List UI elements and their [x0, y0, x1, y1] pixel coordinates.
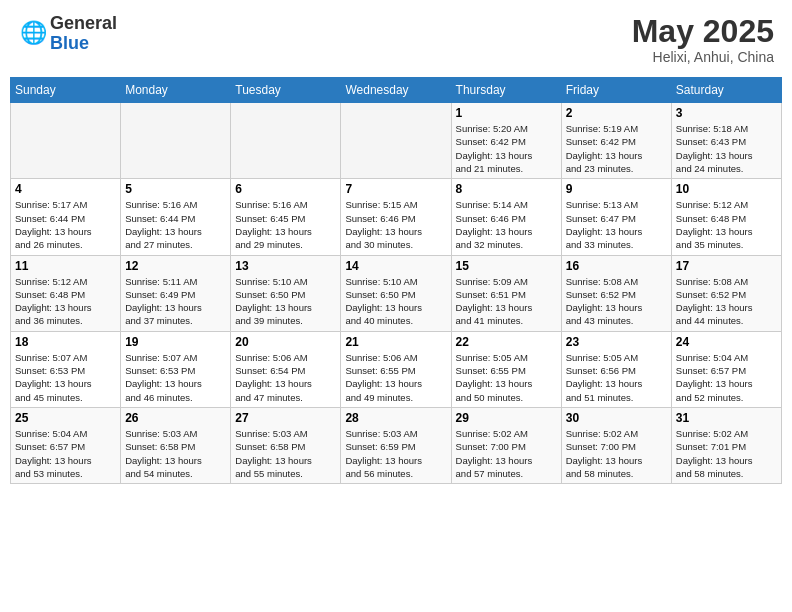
- day-number: 1: [456, 106, 557, 120]
- day-number: 8: [456, 182, 557, 196]
- day-info: Sunrise: 5:03 AM Sunset: 6:58 PM Dayligh…: [125, 427, 226, 480]
- calendar-cell: 2Sunrise: 5:19 AM Sunset: 6:42 PM Daylig…: [561, 103, 671, 179]
- day-number: 11: [15, 259, 116, 273]
- weekday-header-thursday: Thursday: [451, 78, 561, 103]
- logo-general: General: [50, 14, 117, 34]
- calendar-week-1: 1Sunrise: 5:20 AM Sunset: 6:42 PM Daylig…: [11, 103, 782, 179]
- day-info: Sunrise: 5:17 AM Sunset: 6:44 PM Dayligh…: [15, 198, 116, 251]
- day-info: Sunrise: 5:06 AM Sunset: 6:55 PM Dayligh…: [345, 351, 446, 404]
- calendar-cell: 6Sunrise: 5:16 AM Sunset: 6:45 PM Daylig…: [231, 179, 341, 255]
- calendar-cell: 7Sunrise: 5:15 AM Sunset: 6:46 PM Daylig…: [341, 179, 451, 255]
- calendar-week-5: 25Sunrise: 5:04 AM Sunset: 6:57 PM Dayli…: [11, 407, 782, 483]
- calendar-cell: 3Sunrise: 5:18 AM Sunset: 6:43 PM Daylig…: [671, 103, 781, 179]
- day-info: Sunrise: 5:10 AM Sunset: 6:50 PM Dayligh…: [345, 275, 446, 328]
- calendar-cell: 13Sunrise: 5:10 AM Sunset: 6:50 PM Dayli…: [231, 255, 341, 331]
- calendar-cell: 26Sunrise: 5:03 AM Sunset: 6:58 PM Dayli…: [121, 407, 231, 483]
- day-number: 5: [125, 182, 226, 196]
- calendar-week-4: 18Sunrise: 5:07 AM Sunset: 6:53 PM Dayli…: [11, 331, 782, 407]
- calendar-cell: 21Sunrise: 5:06 AM Sunset: 6:55 PM Dayli…: [341, 331, 451, 407]
- day-number: 24: [676, 335, 777, 349]
- day-number: 4: [15, 182, 116, 196]
- day-info: Sunrise: 5:08 AM Sunset: 6:52 PM Dayligh…: [676, 275, 777, 328]
- day-number: 9: [566, 182, 667, 196]
- weekday-header-wednesday: Wednesday: [341, 78, 451, 103]
- page-header: 🌐 General Blue May 2025 Helixi, Anhui, C…: [10, 10, 782, 69]
- day-number: 23: [566, 335, 667, 349]
- day-number: 3: [676, 106, 777, 120]
- day-number: 16: [566, 259, 667, 273]
- day-number: 17: [676, 259, 777, 273]
- calendar-cell: 11Sunrise: 5:12 AM Sunset: 6:48 PM Dayli…: [11, 255, 121, 331]
- location: Helixi, Anhui, China: [632, 49, 774, 65]
- day-info: Sunrise: 5:03 AM Sunset: 6:59 PM Dayligh…: [345, 427, 446, 480]
- calendar-cell: [231, 103, 341, 179]
- day-info: Sunrise: 5:02 AM Sunset: 7:01 PM Dayligh…: [676, 427, 777, 480]
- calendar-cell: 10Sunrise: 5:12 AM Sunset: 6:48 PM Dayli…: [671, 179, 781, 255]
- day-info: Sunrise: 5:06 AM Sunset: 6:54 PM Dayligh…: [235, 351, 336, 404]
- day-info: Sunrise: 5:11 AM Sunset: 6:49 PM Dayligh…: [125, 275, 226, 328]
- calendar-cell: [121, 103, 231, 179]
- day-number: 18: [15, 335, 116, 349]
- weekday-header-tuesday: Tuesday: [231, 78, 341, 103]
- day-number: 22: [456, 335, 557, 349]
- calendar-cell: 4Sunrise: 5:17 AM Sunset: 6:44 PM Daylig…: [11, 179, 121, 255]
- day-number: 30: [566, 411, 667, 425]
- calendar-cell: 31Sunrise: 5:02 AM Sunset: 7:01 PM Dayli…: [671, 407, 781, 483]
- calendar-cell: 12Sunrise: 5:11 AM Sunset: 6:49 PM Dayli…: [121, 255, 231, 331]
- day-number: 27: [235, 411, 336, 425]
- day-info: Sunrise: 5:12 AM Sunset: 6:48 PM Dayligh…: [15, 275, 116, 328]
- day-info: Sunrise: 5:10 AM Sunset: 6:50 PM Dayligh…: [235, 275, 336, 328]
- day-info: Sunrise: 5:14 AM Sunset: 6:46 PM Dayligh…: [456, 198, 557, 251]
- calendar-cell: 18Sunrise: 5:07 AM Sunset: 6:53 PM Dayli…: [11, 331, 121, 407]
- calendar-cell: 16Sunrise: 5:08 AM Sunset: 6:52 PM Dayli…: [561, 255, 671, 331]
- day-info: Sunrise: 5:08 AM Sunset: 6:52 PM Dayligh…: [566, 275, 667, 328]
- calendar-cell: 19Sunrise: 5:07 AM Sunset: 6:53 PM Dayli…: [121, 331, 231, 407]
- day-number: 26: [125, 411, 226, 425]
- day-info: Sunrise: 5:20 AM Sunset: 6:42 PM Dayligh…: [456, 122, 557, 175]
- day-info: Sunrise: 5:07 AM Sunset: 6:53 PM Dayligh…: [125, 351, 226, 404]
- calendar-table: SundayMondayTuesdayWednesdayThursdayFrid…: [10, 77, 782, 484]
- calendar-cell: 30Sunrise: 5:02 AM Sunset: 7:00 PM Dayli…: [561, 407, 671, 483]
- day-number: 2: [566, 106, 667, 120]
- day-info: Sunrise: 5:19 AM Sunset: 6:42 PM Dayligh…: [566, 122, 667, 175]
- day-number: 14: [345, 259, 446, 273]
- svg-text:🌐: 🌐: [20, 20, 46, 46]
- day-number: 25: [15, 411, 116, 425]
- day-info: Sunrise: 5:02 AM Sunset: 7:00 PM Dayligh…: [456, 427, 557, 480]
- day-number: 31: [676, 411, 777, 425]
- weekday-header-monday: Monday: [121, 78, 231, 103]
- day-number: 12: [125, 259, 226, 273]
- calendar-cell: 14Sunrise: 5:10 AM Sunset: 6:50 PM Dayli…: [341, 255, 451, 331]
- logo: 🌐 General Blue: [18, 14, 117, 54]
- logo-text: General Blue: [50, 14, 117, 54]
- calendar-cell: 23Sunrise: 5:05 AM Sunset: 6:56 PM Dayli…: [561, 331, 671, 407]
- calendar-cell: 1Sunrise: 5:20 AM Sunset: 6:42 PM Daylig…: [451, 103, 561, 179]
- day-info: Sunrise: 5:07 AM Sunset: 6:53 PM Dayligh…: [15, 351, 116, 404]
- logo-blue: Blue: [50, 34, 117, 54]
- day-number: 7: [345, 182, 446, 196]
- day-number: 20: [235, 335, 336, 349]
- calendar-cell: 8Sunrise: 5:14 AM Sunset: 6:46 PM Daylig…: [451, 179, 561, 255]
- day-info: Sunrise: 5:02 AM Sunset: 7:00 PM Dayligh…: [566, 427, 667, 480]
- calendar-week-3: 11Sunrise: 5:12 AM Sunset: 6:48 PM Dayli…: [11, 255, 782, 331]
- day-number: 28: [345, 411, 446, 425]
- month-title: May 2025: [632, 14, 774, 49]
- calendar-cell: 22Sunrise: 5:05 AM Sunset: 6:55 PM Dayli…: [451, 331, 561, 407]
- calendar-cell: [341, 103, 451, 179]
- day-number: 13: [235, 259, 336, 273]
- day-info: Sunrise: 5:15 AM Sunset: 6:46 PM Dayligh…: [345, 198, 446, 251]
- logo-icon: 🌐: [18, 20, 46, 48]
- weekday-header-friday: Friday: [561, 78, 671, 103]
- calendar-cell: 27Sunrise: 5:03 AM Sunset: 6:58 PM Dayli…: [231, 407, 341, 483]
- calendar-cell: 24Sunrise: 5:04 AM Sunset: 6:57 PM Dayli…: [671, 331, 781, 407]
- weekday-header-row: SundayMondayTuesdayWednesdayThursdayFrid…: [11, 78, 782, 103]
- day-number: 6: [235, 182, 336, 196]
- calendar-cell: 25Sunrise: 5:04 AM Sunset: 6:57 PM Dayli…: [11, 407, 121, 483]
- day-info: Sunrise: 5:03 AM Sunset: 6:58 PM Dayligh…: [235, 427, 336, 480]
- calendar-cell: 9Sunrise: 5:13 AM Sunset: 6:47 PM Daylig…: [561, 179, 671, 255]
- day-number: 10: [676, 182, 777, 196]
- day-number: 19: [125, 335, 226, 349]
- calendar-cell: 5Sunrise: 5:16 AM Sunset: 6:44 PM Daylig…: [121, 179, 231, 255]
- day-info: Sunrise: 5:04 AM Sunset: 6:57 PM Dayligh…: [676, 351, 777, 404]
- day-info: Sunrise: 5:09 AM Sunset: 6:51 PM Dayligh…: [456, 275, 557, 328]
